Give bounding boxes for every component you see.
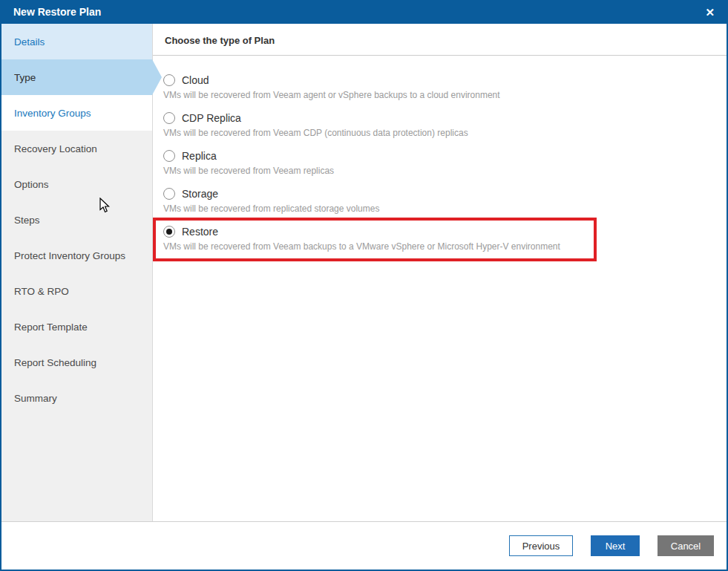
radio-cdp-replica[interactable]	[163, 112, 175, 124]
option-description: VMs will be recovered from Veeam CDP (co…	[163, 128, 727, 138]
sidebar-item-inventory-groups[interactable]: Inventory Groups	[1, 95, 152, 131]
dialog-body: Details Type Inventory Groups Recovery L…	[1, 24, 727, 521]
plan-type-options: Cloud VMs will be recovered from Veeam a…	[153, 56, 727, 273]
option-label: Cloud	[182, 74, 209, 86]
sidebar-item-protect-inventory-groups[interactable]: Protect Inventory Groups	[1, 238, 152, 273]
plan-type-option-storage[interactable]: Storage VMs will be recovered from repli…	[163, 188, 727, 214]
plan-type-option-replica[interactable]: Replica VMs will be recovered from Veeam…	[163, 150, 727, 176]
option-row: Cloud	[163, 74, 727, 86]
page-title: Choose the type of Plan	[165, 35, 715, 46]
option-description: VMs will be recovered from Veeam replica…	[163, 166, 727, 176]
option-description: VMs will be recovered from Veeam backups…	[163, 241, 586, 252]
sidebar-item-report-scheduling[interactable]: Report Scheduling	[1, 345, 152, 380]
option-label: Storage	[182, 188, 218, 200]
sidebar-item-options[interactable]: Options	[1, 166, 152, 202]
content-panel: Choose the type of Plan Cloud VMs will b…	[153, 24, 727, 521]
radio-replica[interactable]	[163, 150, 175, 162]
option-description: VMs will be recovered from replicated st…	[163, 203, 727, 214]
radio-cloud[interactable]	[163, 74, 175, 86]
plan-type-option-restore[interactable]: Restore VMs will be recovered from Veeam…	[153, 218, 597, 261]
next-button[interactable]: Next	[591, 535, 640, 556]
plan-type-option-cloud[interactable]: Cloud VMs will be recovered from Veeam a…	[163, 74, 727, 100]
wizard-steps-sidebar: Details Type Inventory Groups Recovery L…	[1, 24, 153, 521]
option-row: CDP Replica	[163, 112, 727, 124]
content-header: Choose the type of Plan	[153, 24, 727, 56]
titlebar: New Restore Plan ✕	[1, 0, 727, 24]
dialog-footer: Previous Next Cancel	[1, 521, 727, 570]
option-label: Replica	[182, 150, 217, 162]
option-label: Restore	[182, 226, 218, 238]
close-icon[interactable]: ✕	[702, 5, 718, 19]
sidebar-item-summary[interactable]: Summary	[1, 380, 152, 416]
option-row: Restore	[163, 226, 586, 238]
sidebar-item-report-template[interactable]: Report Template	[1, 309, 152, 345]
new-restore-plan-dialog: New Restore Plan ✕ Details Type Inventor…	[0, 0, 728, 571]
plan-type-option-cdp-replica[interactable]: CDP Replica VMs will be recovered from V…	[163, 112, 727, 138]
radio-storage[interactable]	[163, 188, 175, 200]
option-description: VMs will be recovered from Veeam agent o…	[163, 90, 727, 100]
sidebar-item-type[interactable]: Type	[1, 59, 152, 95]
cancel-button[interactable]: Cancel	[658, 535, 714, 556]
option-label: CDP Replica	[182, 112, 241, 124]
option-row: Replica	[163, 150, 727, 162]
previous-button[interactable]: Previous	[509, 535, 573, 556]
option-row: Storage	[163, 188, 727, 200]
radio-restore[interactable]	[163, 226, 175, 238]
window-title: New Restore Plan	[13, 6, 702, 18]
sidebar-item-details[interactable]: Details	[1, 24, 152, 59]
sidebar-item-rto-rpo[interactable]: RTO & RPO	[1, 273, 152, 309]
sidebar-item-steps[interactable]: Steps	[1, 202, 152, 238]
sidebar-item-recovery-location[interactable]: Recovery Location	[1, 131, 152, 166]
